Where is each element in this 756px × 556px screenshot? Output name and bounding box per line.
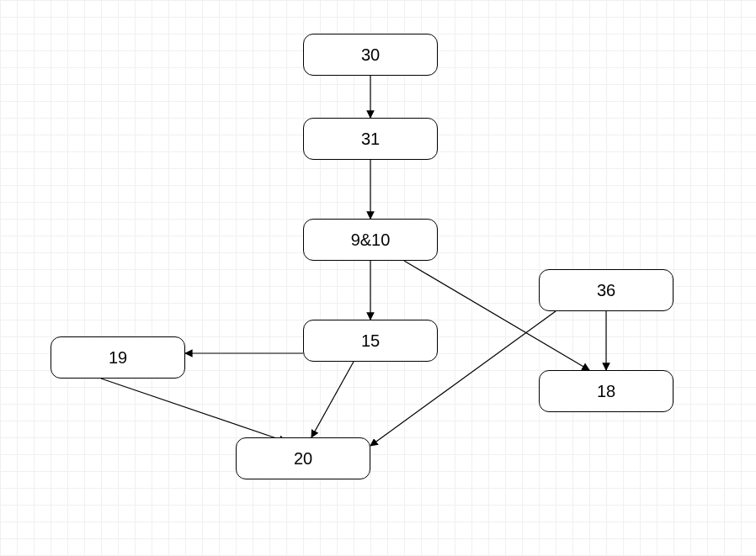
- node-label: 18: [597, 382, 615, 401]
- node-18[interactable]: 18: [539, 370, 673, 412]
- node-36[interactable]: 36: [539, 269, 673, 311]
- node-label: 30: [361, 45, 380, 65]
- node-20[interactable]: 20: [236, 437, 370, 479]
- node-label: 31: [361, 130, 380, 149]
- node-31[interactable]: 31: [303, 118, 438, 160]
- node-9and10[interactable]: 9&10: [303, 219, 438, 261]
- node-label: 20: [294, 449, 312, 469]
- node-label: 15: [361, 331, 380, 351]
- node-19[interactable]: 19: [51, 336, 185, 379]
- node-30[interactable]: 30: [303, 34, 438, 76]
- node-label: 36: [597, 281, 615, 300]
- node-label: 19: [109, 348, 127, 368]
- node-15[interactable]: 15: [303, 320, 438, 362]
- node-label: 9&10: [351, 230, 391, 250]
